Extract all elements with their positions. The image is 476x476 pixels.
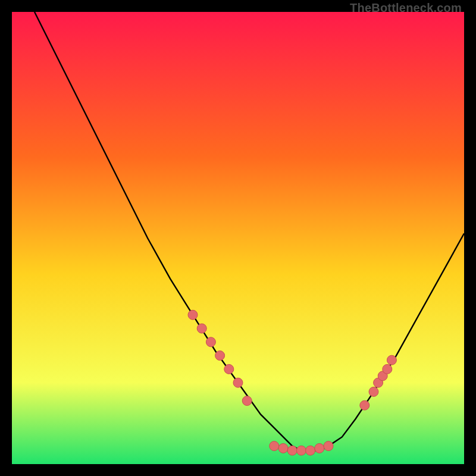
data-marker (383, 364, 392, 374)
data-marker (324, 441, 333, 451)
data-marker (197, 324, 206, 333)
data-marker (369, 387, 378, 396)
data-marker (306, 446, 315, 455)
data-marker (387, 355, 396, 365)
data-marker (242, 396, 252, 406)
data-marker (188, 310, 198, 320)
gradient-background (12, 12, 464, 464)
data-marker (315, 443, 324, 453)
data-marker (287, 446, 297, 455)
data-marker (296, 446, 306, 455)
chart-frame (12, 12, 464, 464)
data-marker (270, 441, 279, 451)
bottleneck-chart (12, 12, 464, 464)
data-marker (360, 400, 369, 410)
data-marker (206, 337, 215, 347)
watermark-text: TheBottleneck.com (350, 1, 462, 15)
data-marker (233, 378, 243, 387)
data-marker (224, 364, 234, 374)
data-marker (215, 351, 225, 361)
data-marker (278, 443, 288, 453)
